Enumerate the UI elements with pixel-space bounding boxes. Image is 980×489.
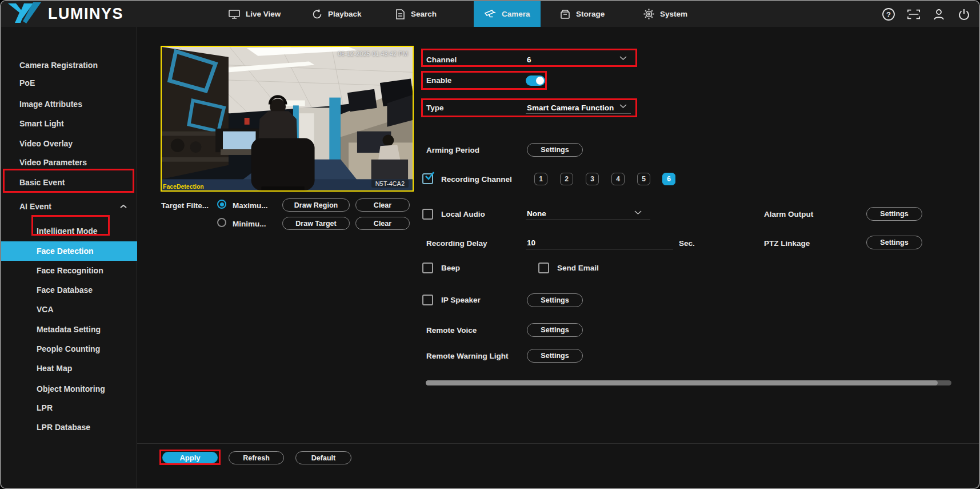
clear-target-button[interactable]: Clear [355, 217, 410, 230]
tab-label: Camera [502, 10, 530, 18]
scan-fullscreen-icon[interactable] [907, 7, 921, 21]
channel-6-button[interactable]: 6 [662, 173, 675, 185]
min-size-label: Minimu... [233, 220, 266, 228]
channel-2-button[interactable]: 2 [560, 173, 573, 185]
horizontal-scrollbar[interactable] [426, 380, 951, 385]
topbar-actions: ? [882, 1, 971, 27]
tab-label: System [660, 10, 687, 18]
tab-search[interactable]: Search [395, 1, 437, 27]
ip-speaker-checkbox[interactable] [422, 295, 433, 305]
sidebar-item-video-overlay[interactable]: Video Overlay [1, 134, 137, 153]
remote-voice-settings-button[interactable]: Settings [527, 323, 583, 337]
type-value[interactable]: Smart Camera Function [527, 104, 614, 112]
monitor-icon [228, 9, 241, 20]
max-size-label: Maximu... [233, 201, 268, 210]
sidebar-item-ai-event[interactable]: AI Event [1, 197, 137, 216]
recording-channel-checkbox[interactable] [422, 173, 433, 184]
ip-speaker-settings-button[interactable]: Settings [527, 293, 583, 307]
ip-speaker-label: IP Speaker [441, 296, 481, 304]
sidebar-item-heat-map[interactable]: Heat Map [1, 359, 137, 378]
min-size-radio[interactable] [217, 218, 226, 227]
sidebar-item-object-monitoring[interactable]: Object Monitoring [1, 379, 137, 399]
sidebar-item-basic-event[interactable]: Basic Event [1, 173, 137, 192]
channel-1-button[interactable]: 1 [534, 173, 547, 185]
recording-channel-label: Recording Channel [441, 175, 512, 184]
scrollbar-thumb[interactable] [426, 380, 938, 385]
alarm-output-settings-button[interactable]: Settings [866, 207, 922, 221]
sidebar-item-people-counting[interactable]: People Counting [1, 339, 137, 359]
refresh-button[interactable]: Refresh [229, 451, 284, 464]
svg-text:?: ? [886, 10, 891, 19]
sidebar-item-camera-registration[interactable]: Camera Registration [1, 55, 137, 75]
arming-period-settings-button[interactable]: Settings [527, 143, 583, 157]
user-icon[interactable] [932, 7, 946, 21]
sidebar-item-image-attributes[interactable]: Image Attributes [1, 94, 137, 114]
check-icon [425, 171, 435, 181]
tab-playback[interactable]: Playback [311, 1, 362, 27]
ptz-linkage-label: PTZ Linkage [764, 239, 810, 248]
draw-target-button[interactable]: Draw Target [282, 217, 350, 230]
recording-delay-value[interactable]: 10 [527, 238, 535, 247]
tab-live-view[interactable]: Live View [228, 1, 281, 27]
sidebar-item-face-database[interactable]: Face Database [1, 280, 137, 300]
clear-region-button[interactable]: Clear [355, 198, 410, 212]
channel-5-button[interactable]: 5 [637, 173, 650, 185]
sidebar-item-poe[interactable]: PoE [1, 73, 137, 93]
sidebar-item-vca[interactable]: VCA [1, 300, 137, 319]
channel-value[interactable]: 6 [527, 55, 531, 64]
local-audio-checkbox[interactable] [422, 209, 433, 220]
local-audio-label: Local Audio [441, 210, 485, 218]
sidebar-item-lpr[interactable]: LPR [1, 398, 137, 418]
beep-label: Beep [441, 264, 460, 272]
target-filter-label: Target Filte... [161, 201, 209, 210]
chevron-down-icon[interactable] [619, 102, 627, 110]
chevron-up-icon [120, 197, 127, 216]
enable-label: Enable [426, 76, 451, 85]
default-button[interactable]: Default [295, 451, 351, 464]
sidebar-item-smart-light[interactable]: Smart Light [1, 114, 137, 133]
beep-checkbox[interactable] [422, 263, 433, 273]
camera-name-badge: N5T-4CA2 [371, 180, 409, 188]
help-icon[interactable]: ? [882, 7, 895, 21]
local-audio-value[interactable]: None [527, 209, 546, 218]
luminys-logo-icon [7, 2, 42, 26]
power-icon[interactable] [957, 7, 971, 21]
ptz-linkage-settings-button[interactable]: Settings [866, 236, 922, 249]
brand-logo: LUMINYS [7, 1, 123, 27]
sidebar-item-lpr-database[interactable]: LPR Database [1, 418, 137, 437]
face-detection-overlay-label: FaceDetection [163, 183, 204, 190]
chevron-down-icon[interactable] [634, 209, 642, 217]
draw-region-button[interactable]: Draw Region [282, 198, 350, 212]
recording-delay-unit: Sec. [679, 239, 695, 248]
office-scene-image [162, 47, 413, 190]
channel-label: Channel [426, 55, 457, 64]
tab-label: Playback [328, 10, 362, 18]
type-underline [526, 113, 631, 114]
sidebar-item-metadata-setting[interactable]: Metadata Setting [1, 320, 137, 339]
channel-underline [526, 65, 631, 66]
replay-icon [311, 9, 323, 20]
sidebar-item-face-recognition[interactable]: Face Recognition [1, 261, 137, 280]
type-label: Type [426, 104, 444, 112]
send-email-checkbox[interactable] [538, 263, 549, 273]
tab-storage[interactable]: Storage [559, 1, 605, 27]
tab-system[interactable]: System [643, 1, 687, 27]
apply-button[interactable]: Apply [162, 452, 218, 463]
sidebar-item-intelligent-mode[interactable]: Intelligent Mode [1, 221, 137, 241]
gear-icon [643, 8, 655, 20]
app-window: LUMINYS Live View Playback [0, 0, 980, 489]
remote-warning-light-settings-button[interactable]: Settings [527, 349, 583, 363]
channel-4-button[interactable]: 4 [611, 173, 625, 185]
max-size-radio[interactable] [217, 200, 226, 209]
chevron-down-icon[interactable] [619, 54, 627, 62]
sidebar-item-face-detection[interactable]: Face Detection [1, 241, 137, 261]
tab-camera[interactable]: Camera [474, 1, 541, 27]
local-audio-underline [526, 220, 650, 220]
cctv-camera-icon [484, 9, 497, 20]
channel-3-button[interactable]: 3 [586, 173, 599, 185]
sidebar: Camera Registration PoE Image Attributes… [1, 27, 137, 488]
sidebar-item-video-parameters[interactable]: Video Parameters [1, 153, 137, 172]
enable-toggle[interactable] [526, 75, 545, 86]
toggle-knob [536, 77, 544, 85]
video-preview[interactable]: 06-12-2025 01:43:42 PM N5T-4CA2 FaceDete… [161, 46, 414, 192]
